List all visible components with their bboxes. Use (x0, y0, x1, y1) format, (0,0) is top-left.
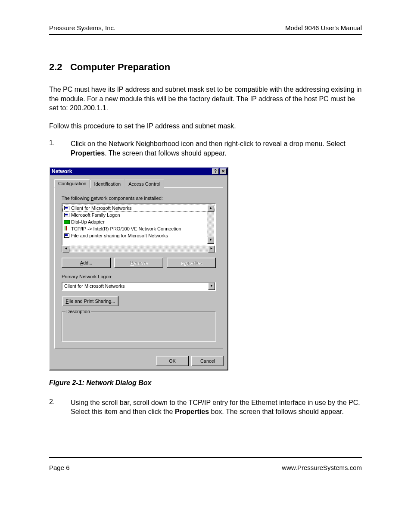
dialog-body: Configuration Identification Access Cont… (50, 175, 227, 353)
scroll-down-button[interactable]: ▼ (207, 237, 214, 244)
document-page: Pressure Systems, Inc. Model 9046 User's… (0, 0, 411, 493)
file-print-sharing-button[interactable]: File and Print Sharing... (62, 296, 118, 306)
tab-configuration[interactable]: Configuration (54, 179, 90, 188)
tab-identification[interactable]: Identification (90, 180, 125, 188)
ok-button[interactable]: OK (156, 356, 189, 366)
horizontal-scrollbar[interactable]: ◄ ► (62, 246, 216, 252)
properties-button[interactable]: Properties (167, 258, 216, 268)
tab-panel-configuration: The following network components are ins… (54, 187, 223, 349)
description-groupbox: Description (62, 311, 216, 342)
remove-button[interactable]: Remove (114, 258, 163, 268)
primary-logon-label: Primary Network Logon: (62, 274, 216, 279)
step-body: Using the scroll bar, scroll down to the… (71, 398, 362, 417)
vertical-scrollbar[interactable]: ▲ ▼ (207, 205, 214, 244)
scroll-right-button[interactable]: ► (208, 246, 215, 252)
step-body: Click on the Network Neighborhood icon a… (71, 139, 362, 158)
step-number: 1. (49, 139, 71, 158)
cancel-button[interactable]: Cancel (191, 356, 224, 366)
step-2: 2. Using the scroll bar, scroll down to … (49, 398, 362, 417)
list-item[interactable]: File and printer sharing for Microsoft N… (62, 232, 215, 239)
scroll-track[interactable] (69, 246, 208, 252)
scroll-left-button[interactable]: ◄ (62, 246, 69, 252)
client-icon (63, 205, 70, 211)
protocol-icon (63, 226, 70, 232)
list-item-label: TCP/IP -> Intel(R) PRO/100 VE Network Co… (71, 226, 181, 231)
figure-caption: Figure 2-1: Network Dialog Box (49, 379, 362, 387)
components-label: The following network components are ins… (62, 196, 216, 201)
client-icon (63, 212, 70, 218)
section-title: Computer Preparation (70, 62, 170, 72)
paragraph-2: Follow this procedure to set the IP addr… (49, 121, 362, 131)
scroll-up-button[interactable]: ▲ (207, 205, 214, 212)
dialog-titlebar[interactable]: Network ? ✕ (50, 168, 227, 175)
components-listbox-wrap: Client for Microsoft Networks Microsoft … (62, 203, 216, 252)
list-item[interactable]: Dial-Up Adapter (62, 218, 215, 225)
footer-url: www.PressureSystems.com (282, 464, 362, 471)
list-item-label: Microsoft Family Logon (71, 212, 120, 218)
tab-strip: Configuration Identification Access Cont… (54, 179, 223, 187)
close-button[interactable]: ✕ (220, 168, 227, 174)
network-dialog: Network ? ✕ Configuration Identification… (49, 167, 228, 370)
description-label: Description (65, 309, 91, 314)
add-button[interactable]: Add... (62, 258, 111, 268)
list-item[interactable]: Client for Microsoft Networks (62, 205, 215, 212)
section-heading: 2.2 Computer Preparation (49, 62, 362, 73)
dialog-footer: OK Cancel (50, 353, 227, 370)
page-header: Pressure Systems, Inc. Model 9046 User's… (49, 24, 362, 35)
list-item-label: Client for Microsoft Networks (71, 205, 132, 211)
list-item[interactable]: Microsoft Family Logon (62, 212, 215, 218)
component-buttons: Add... Remove Properties (62, 258, 216, 268)
header-company: Pressure Systems, Inc. (49, 24, 115, 31)
list-item-label: File and printer sharing for Microsoft N… (71, 233, 168, 238)
page-footer: Page 6 www.PressureSystems.com (49, 457, 362, 471)
step-number: 2. (49, 398, 71, 417)
service-icon (63, 233, 70, 239)
paragraph-1: The PC must have its IP address and subn… (49, 85, 362, 113)
combo-value: Client for Microsoft Networks (62, 283, 208, 289)
page-number: Page 6 (49, 464, 70, 471)
list-item[interactable]: TCP/IP -> Intel(R) PRO/100 VE Network Co… (62, 225, 215, 232)
list-item-label: Dial-Up Adapter (71, 219, 105, 224)
section-number: 2.2 (49, 62, 62, 72)
help-button[interactable]: ? (212, 168, 219, 174)
list-items: Client for Microsoft Networks Microsoft … (62, 204, 215, 240)
chevron-down-icon[interactable]: ▼ (208, 283, 215, 290)
tab-access-control[interactable]: Access Control (125, 180, 164, 188)
step-1: 1. Click on the Network Neighborhood ico… (49, 139, 362, 158)
header-manual: Model 9046 User's Manual (285, 24, 362, 31)
primary-logon-combo[interactable]: Client for Microsoft Networks ▼ (62, 282, 216, 291)
components-listbox[interactable]: Client for Microsoft Networks Microsoft … (62, 203, 216, 246)
adapter-icon (63, 219, 70, 225)
dialog-title: Network (52, 168, 211, 174)
scroll-track[interactable] (207, 212, 214, 237)
